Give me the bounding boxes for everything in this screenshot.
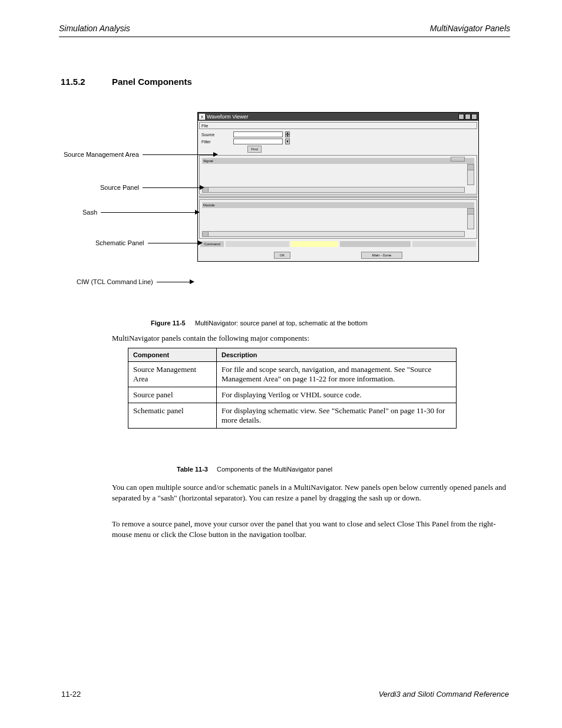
window-title: Waveform Viewer — [207, 114, 458, 120]
paragraph-2: To remove a source panel, move your curs… — [112, 519, 509, 540]
source-hscrollbar[interactable] — [202, 187, 465, 193]
command-input[interactable] — [291, 241, 338, 247]
row2-c2: For displaying schematic view. See "Sche… — [217, 403, 457, 429]
schematic-panel-body[interactable] — [202, 209, 474, 229]
command-seg-c — [412, 241, 476, 247]
source-management-area: Source ▲ ▼ Filter ▼ Find — [198, 130, 478, 154]
section-number: 11.5.2 — [61, 77, 85, 87]
minimize-button[interactable] — [458, 114, 464, 120]
schematic-hscrollbar[interactable] — [202, 231, 465, 237]
th-description: Description — [217, 348, 457, 362]
window-titlebar: X Waveform Viewer — [198, 113, 478, 121]
ok-button[interactable]: OK — [274, 252, 290, 259]
close-button[interactable] — [471, 114, 477, 120]
spin-down-icon[interactable]: ▼ — [285, 134, 290, 137]
footer-page-number: 11-22 — [61, 690, 81, 699]
menu-file[interactable]: File — [201, 124, 208, 128]
th-component: Component — [128, 348, 217, 362]
footer-doc-title: Verdi3 and Siloti Command Reference — [379, 690, 509, 699]
figure-caption-rest: MultiNavigator: source panel at top, sch… — [195, 319, 368, 327]
schematic-panel-header: Module — [202, 202, 474, 208]
schematic-panel: Module — [199, 199, 477, 239]
drop-label: Filter — [201, 140, 231, 144]
row1-c1: Source panel — [128, 387, 217, 403]
callout-source-panel: Source Panel — [100, 184, 143, 191]
table-caption-rest: Components of the MultiNavigator panel — [217, 466, 332, 473]
row0-c2: For file and scope search, navigation, a… — [217, 362, 457, 387]
section-title: Panel Components — [112, 77, 192, 87]
spin-label: Source — [201, 133, 231, 137]
source-panel-body[interactable] — [202, 165, 474, 185]
schematic-vscrollbar[interactable] — [467, 208, 474, 229]
source-spin-input[interactable] — [233, 131, 283, 137]
header-left: Simulation Analysis — [59, 24, 130, 33]
callout-source-management: Source Management Area — [64, 151, 143, 158]
sash[interactable] — [199, 196, 477, 198]
table-intro: MultiNavigator panels contain the follow… — [112, 334, 309, 343]
menu-bar[interactable]: File — [199, 122, 477, 129]
row2-c1: Schematic panel — [128, 403, 217, 429]
maximize-button[interactable] — [465, 114, 471, 120]
components-table: Component Description Source Management … — [128, 348, 457, 429]
main-done-button[interactable]: Main - Done — [361, 252, 402, 259]
filter-dropdown-input[interactable] — [233, 139, 283, 144]
header-rule — [59, 37, 510, 37]
find-button[interactable]: Find — [247, 146, 262, 153]
callout-sash: Sash — [82, 209, 101, 216]
header-right: MultiNavigator Panels — [430, 24, 510, 33]
spin-buttons[interactable]: ▲ ▼ — [285, 131, 290, 137]
multinavigator-window: X Waveform Viewer File Source ▲ ▼ Filter… — [197, 112, 479, 262]
command-seg-b — [340, 241, 411, 247]
source-panel-header: Signal — [202, 158, 474, 164]
table-caption-lead: Table 11-3 — [177, 466, 208, 473]
command-label: Command — [200, 241, 224, 247]
ciw-command-bar: Command — [199, 240, 477, 248]
row1-c2: For displaying Verilog or VHDL source co… — [217, 387, 457, 403]
figure-caption-lead: Figure 11-5 — [151, 319, 186, 327]
paragraph-1: You can open multiple source and/or sche… — [112, 482, 509, 503]
app-icon: X — [199, 114, 205, 120]
callout-ciw: CIW (TCL Command Line) — [77, 278, 157, 285]
callout-schematic-panel: Schematic Panel — [95, 239, 148, 246]
command-seg-a — [226, 241, 289, 247]
panel-tab[interactable] — [451, 157, 465, 162]
row0-c1: Source Management Area — [128, 362, 217, 387]
source-panel: Signal — [199, 155, 477, 195]
source-vscrollbar[interactable] — [467, 164, 474, 185]
dropdown-arrow-icon[interactable]: ▼ — [285, 139, 290, 144]
